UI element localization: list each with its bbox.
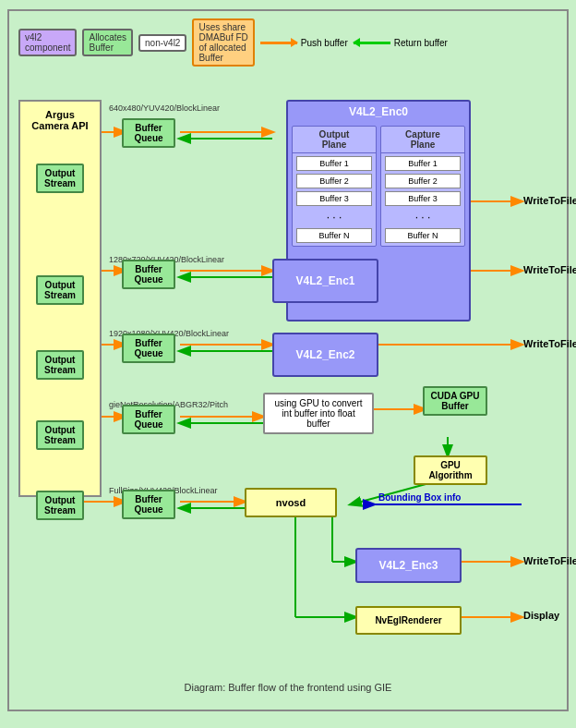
nvosd-box: nvosd bbox=[245, 488, 337, 517]
legend-return-arrow: Return buffer bbox=[354, 38, 448, 48]
enc0-cap-buf1: Buffer 1 bbox=[385, 156, 461, 171]
gpu-algorithm-box: GPU Algorithm bbox=[414, 455, 487, 485]
diagram-main: ArgusCamera API OutputStream OutputStrea… bbox=[9, 72, 567, 700]
legend-push-arrow: Push buffer bbox=[260, 38, 348, 48]
nvegl-renderer-box: NvEglRenderer bbox=[355, 606, 462, 635]
push-arrow-icon bbox=[260, 42, 297, 44]
output-stream-1: OutputStream bbox=[36, 164, 84, 193]
buffer-queue-1: BufferQueue bbox=[122, 118, 175, 148]
enc0-cap-bufn: Buffer N bbox=[385, 228, 461, 243]
legend-area: v4l2component AllocatesBuffer non-v4l2 U… bbox=[9, 11, 567, 72]
write-to-file-3: WriteToFile bbox=[523, 338, 576, 349]
enc0-out-dots: · · · bbox=[293, 209, 376, 225]
legend-v4l2: v4l2component bbox=[18, 29, 77, 56]
gpu-convert-box: using GPU to convert int buffer into flo… bbox=[263, 393, 374, 434]
enc2-box: V4L2_Enc2 bbox=[272, 333, 378, 377]
write-to-file-4: WriteToFile bbox=[523, 555, 576, 566]
push-buffer-label: Push buffer bbox=[301, 38, 348, 48]
output-plane: OutputPlane Buffer 1 Buffer 2 Buffer 3 ·… bbox=[292, 126, 377, 247]
return-arrow-icon bbox=[354, 42, 390, 44]
diagram-caption: Diagram: Buffer flow of the frontend usi… bbox=[9, 682, 567, 693]
enc0-out-buf3: Buffer 3 bbox=[296, 191, 372, 206]
bounding-box-label: Bounding Box info bbox=[378, 492, 461, 503]
enc0-out-bufn: Buffer N bbox=[296, 228, 372, 243]
capture-plane-title: CapturePlane bbox=[381, 127, 464, 153]
format-label-1: 640x480/YUV420/BlockLinear bbox=[109, 103, 220, 113]
output-stream-2: OutputStream bbox=[36, 275, 84, 305]
diagram-container: v4l2component AllocatesBuffer non-v4l2 U… bbox=[7, 9, 569, 711]
enc0-out-buf2: Buffer 2 bbox=[296, 174, 372, 188]
output-stream-3: OutputStream bbox=[36, 350, 84, 380]
output-plane-title: OutputPlane bbox=[293, 127, 376, 153]
argus-title: ArgusCamera API bbox=[31, 109, 88, 131]
enc0-title: V4L2_Enc0 bbox=[288, 102, 469, 122]
enc0-cap-buf2: Buffer 2 bbox=[385, 174, 461, 188]
write-to-file-2: WriteToFile bbox=[523, 264, 576, 275]
enc3-box: V4L2_Enc3 bbox=[355, 548, 462, 583]
output-stream-5: OutputStream bbox=[36, 491, 84, 520]
legend-allocates: AllocatesBuffer bbox=[82, 29, 133, 56]
buffer-queue-5: BufferQueue bbox=[122, 490, 175, 519]
write-to-file-1: WriteToFile bbox=[523, 195, 576, 206]
enc1-box: V4L2_Enc1 bbox=[272, 259, 378, 303]
buffer-queue-4: BufferQueue bbox=[122, 405, 175, 434]
cuda-gpu-box: CUDA GPU Buffer bbox=[423, 386, 487, 416]
return-buffer-label: Return buffer bbox=[394, 38, 448, 48]
output-stream-4: OutputStream bbox=[36, 420, 84, 450]
enc0-cap-dots: · · · bbox=[381, 209, 464, 225]
argus-camera-box: ArgusCamera API OutputStream OutputStrea… bbox=[18, 100, 102, 497]
legend-uses-share: Uses shareDMABuf FDof allocatedBuffer bbox=[192, 18, 254, 67]
enc0-cap-buf3: Buffer 3 bbox=[385, 191, 461, 206]
display-label: Display bbox=[523, 610, 559, 621]
enc0-out-buf1: Buffer 1 bbox=[296, 156, 372, 171]
legend-nonv4l2: non-v4l2 bbox=[138, 34, 186, 52]
capture-plane: CapturePlane Buffer 1 Buffer 2 Buffer 3 … bbox=[380, 126, 465, 247]
buffer-queue-3: BufferQueue bbox=[122, 334, 175, 363]
buffer-queue-2: BufferQueue bbox=[122, 260, 175, 289]
